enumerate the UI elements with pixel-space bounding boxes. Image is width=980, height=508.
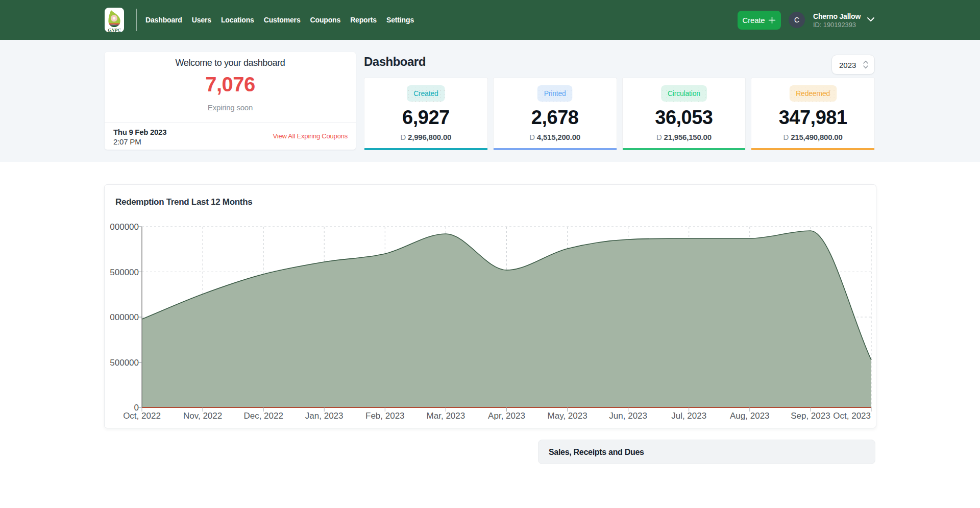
svg-text:Mar, 2023: Mar, 2023 — [427, 411, 465, 421]
svg-text:500000: 500000 — [110, 358, 139, 368]
svg-text:Sep, 2023: Sep, 2023 — [791, 411, 830, 421]
svg-text:Jun, 2023: Jun, 2023 — [609, 411, 647, 421]
svg-text:Nov, 2022: Nov, 2022 — [183, 411, 222, 421]
svg-text:May, 2023: May, 2023 — [548, 411, 587, 421]
svg-text:Jul, 2023: Jul, 2023 — [671, 411, 706, 421]
svg-text:500000: 500000 — [110, 268, 139, 277]
svg-text:Dec, 2022: Dec, 2022 — [243, 411, 283, 421]
svg-text:Oct, 2022: Oct, 2022 — [123, 411, 161, 421]
svg-text:Oct, 2023: Oct, 2023 — [833, 411, 871, 421]
svg-text:GNPC: GNPC — [108, 28, 121, 32]
svg-text:000000: 000000 — [110, 222, 139, 232]
svg-text:000000: 000000 — [110, 312, 139, 322]
svg-text:Jan, 2023: Jan, 2023 — [305, 411, 344, 421]
svg-text:Apr, 2023: Apr, 2023 — [488, 411, 525, 421]
svg-text:Feb, 2023: Feb, 2023 — [365, 411, 405, 421]
svg-text:Aug, 2023: Aug, 2023 — [730, 411, 770, 421]
